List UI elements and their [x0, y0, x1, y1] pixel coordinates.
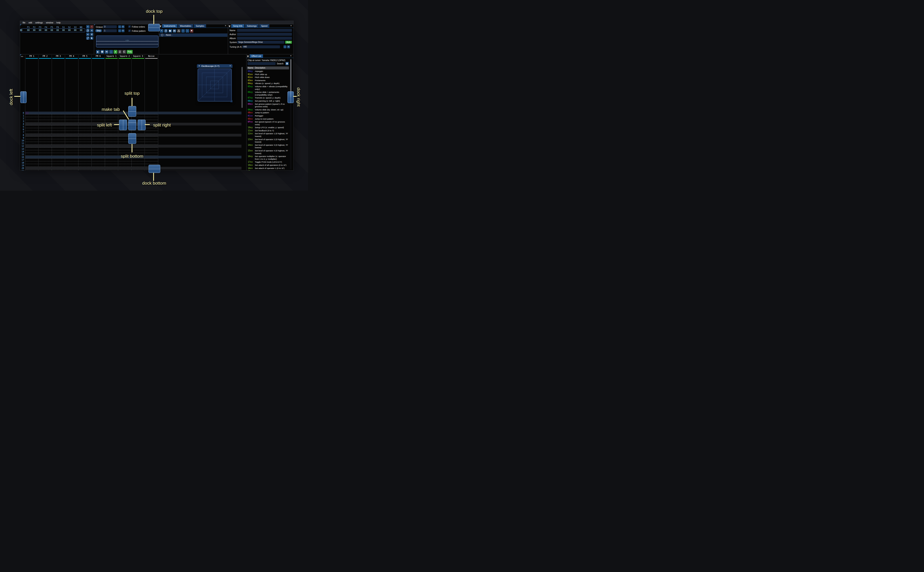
pattern-cell[interactable] [92, 148, 105, 150]
order-move-up[interactable] [90, 29, 93, 32]
menu-window[interactable]: window [46, 21, 53, 24]
effect-row[interactable]: 0FxxSet speed (speed 2 if no grooves exi… [248, 120, 289, 126]
pattern-cell[interactable] [38, 162, 52, 164]
pattern-cell[interactable] [52, 117, 65, 120]
channel-header-fm-4[interactable]: FM 4 [65, 55, 78, 59]
pattern-cell[interactable] [145, 134, 158, 137]
pattern-cell[interactable] [105, 134, 118, 137]
effect-row[interactable]: 00xyArpeggio [248, 70, 289, 73]
pattern-cell[interactable] [65, 150, 78, 153]
pattern-row[interactable]: 21 [20, 169, 246, 170]
pattern-cell[interactable] [52, 114, 65, 117]
pattern-cell[interactable] [78, 159, 92, 161]
pattern-cell[interactable] [38, 142, 52, 145]
pattern-cell[interactable] [92, 142, 105, 145]
pattern-cell[interactable] [131, 162, 145, 164]
dock-right-target[interactable] [287, 92, 294, 103]
menu-edit[interactable]: edit [28, 21, 32, 24]
pattern-cell[interactable] [92, 164, 105, 167]
pattern-cell[interactable] [25, 159, 39, 161]
collapse-icon[interactable]: ▼ [198, 65, 200, 67]
pattern-cell[interactable] [78, 167, 92, 169]
channel-header-noise[interactable]: Noise [145, 55, 158, 59]
pattern-row[interactable]: 12 [20, 145, 246, 148]
pattern-cell[interactable] [145, 114, 158, 117]
pattern-cell[interactable] [52, 128, 65, 131]
pattern-cell[interactable] [105, 150, 118, 153]
pattern-cell[interactable] [25, 153, 39, 156]
order-value[interactable]: 00 [31, 29, 37, 31]
pattern-cell[interactable] [38, 167, 52, 169]
pattern-cell[interactable] [145, 145, 158, 148]
order-value[interactable]: 00 [25, 29, 31, 31]
pattern-cell[interactable] [25, 169, 39, 170]
pattern-cell[interactable] [65, 134, 78, 137]
dock-top-target[interactable] [148, 24, 160, 31]
pattern-cell[interactable] [92, 159, 105, 161]
instrument-save[interactable] [173, 29, 176, 33]
effect-row[interactable]: 12xxSet level of operator 1 (0 highest, … [248, 132, 289, 138]
pattern-cell[interactable] [118, 167, 131, 169]
order-duplicate[interactable] [86, 29, 90, 32]
oscilloscope-window[interactable]: ▼ Oscilloscope (X-Y) × [197, 64, 232, 102]
pattern-cell[interactable] [52, 131, 65, 134]
order-add[interactable]: + [86, 25, 90, 28]
close-icon[interactable]: × [290, 25, 292, 27]
pattern-cell[interactable] [65, 153, 78, 156]
pattern-cell[interactable] [131, 167, 145, 169]
instrument-toggle-folders[interactable] [177, 29, 181, 33]
effect-row[interactable]: 0AxyVolume slide (0y: down; x0: up) [248, 108, 289, 112]
pattern-cell[interactable] [145, 117, 158, 120]
author-input[interactable] [237, 33, 292, 36]
pattern-cell[interactable] [38, 117, 52, 120]
pattern-cell[interactable] [25, 156, 39, 159]
effect-row[interactable]: 13xxSet level of operator 2 (0 highest, … [248, 138, 289, 144]
pattern-cell[interactable] [25, 112, 39, 114]
pattern-cell[interactable] [38, 153, 52, 156]
pattern-cell[interactable] [105, 153, 118, 156]
effect-row[interactable]: 0BxxJump to pattern [248, 111, 289, 114]
play-pattern-button[interactable] [100, 50, 104, 54]
pattern-cell[interactable] [38, 120, 52, 123]
pattern-cell[interactable] [92, 162, 105, 164]
effect-search-input[interactable] [248, 62, 276, 65]
pattern-cell[interactable] [105, 167, 118, 169]
order-unlink[interactable] [86, 37, 90, 40]
resize-grip[interactable] [230, 100, 232, 102]
repeat-pattern-button[interactable] [122, 50, 126, 54]
pattern-cell[interactable] [25, 123, 39, 126]
pattern-cell[interactable] [105, 159, 118, 161]
pattern-cell[interactable] [92, 128, 105, 131]
piano-preview[interactable] [96, 36, 158, 47]
pattern-cell[interactable] [78, 120, 92, 123]
instrument-add[interactable]: + [160, 29, 164, 33]
name-input[interactable] [237, 29, 292, 32]
tab-wavetables[interactable]: Wavetables [178, 24, 193, 28]
instrument-open[interactable] [168, 29, 172, 33]
pattern-cell[interactable] [131, 169, 145, 170]
pattern-cell[interactable] [25, 150, 39, 153]
pattern-cell[interactable] [38, 169, 52, 170]
channel-header-square-2[interactable]: Square 2 [118, 55, 131, 59]
pattern-cell[interactable] [38, 131, 52, 134]
pattern-cell[interactable] [25, 164, 39, 167]
pattern-cell[interactable] [65, 148, 78, 150]
effect-row[interactable]: 16xySet operator multiplier (x: operator… [248, 155, 289, 160]
step-plus-button[interactable]: + [122, 29, 125, 32]
pattern-cell[interactable] [65, 117, 78, 120]
channel-header-fm-1[interactable]: FM 1 [25, 55, 39, 59]
tab-subsongs[interactable]: Subsongs [245, 24, 259, 28]
pattern-cell[interactable] [105, 142, 118, 145]
split-left-target[interactable] [119, 120, 127, 130]
step-button[interactable]: Step [95, 29, 102, 32]
tab-speed[interactable]: Speed [259, 24, 269, 28]
pattern-cell[interactable] [118, 162, 131, 164]
pattern-cell[interactable] [78, 145, 92, 148]
octave-plus-button[interactable]: + [122, 25, 125, 28]
pattern-cell[interactable] [92, 167, 105, 169]
pattern-cell[interactable] [52, 139, 65, 142]
pattern-cell[interactable] [38, 128, 52, 131]
tab-samples[interactable]: Samples [194, 24, 206, 28]
polyphony-toggle[interactable]: Poly [127, 50, 132, 54]
pattern-cell[interactable] [78, 162, 92, 164]
